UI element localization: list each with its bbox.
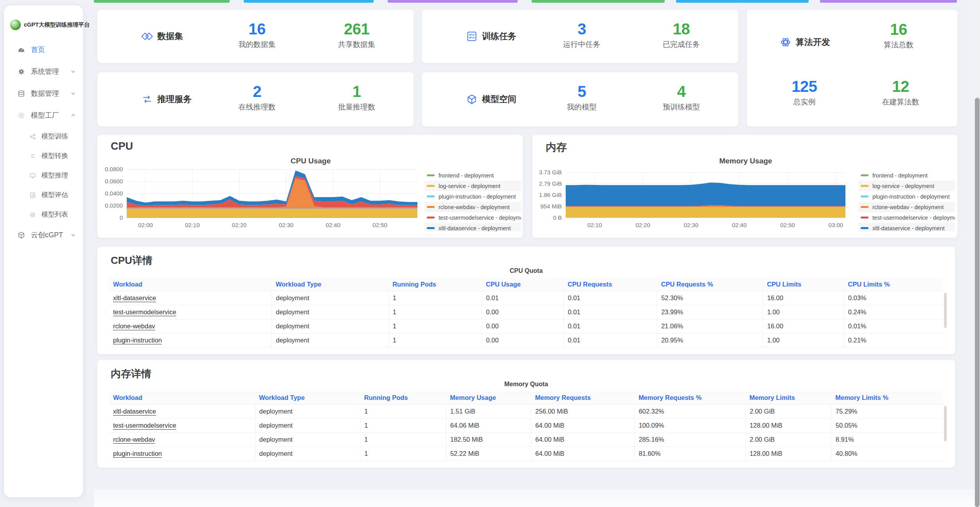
table-cell: 21.06% xyxy=(657,319,763,333)
legend-item[interactable]: log-service - deployment xyxy=(424,181,521,191)
sidebar-item-model-factory[interactable]: 模型工厂 xyxy=(4,104,83,126)
metric-value: 16 xyxy=(884,21,913,38)
sidebar-item-label: 数据管理 xyxy=(31,89,59,98)
memory-chart-card: 内存 Memory Usage 0 B954 MiB1.86 GiB2.79 G… xyxy=(532,134,958,238)
metric-value: 3 xyxy=(563,20,601,38)
table-scrollbar[interactable] xyxy=(944,293,947,328)
table-cell: 64.06 MiB xyxy=(446,419,531,433)
legend-item[interactable]: test-usermodelservice - deployment xyxy=(858,212,955,223)
legend-item[interactable]: log-service - deployment xyxy=(858,181,955,191)
evaluate-icon xyxy=(29,191,36,199)
sidebar-item-label: 模型训练 xyxy=(41,132,68,141)
sidebar-item-model-train[interactable]: 模型训练 xyxy=(4,126,83,146)
section-title: CPU详情 xyxy=(111,254,153,267)
legend-item[interactable]: frontend - deployment xyxy=(858,170,955,181)
sidebar-item-model-list[interactable]: 模型列表 xyxy=(4,204,83,224)
svg-text:0.0800: 0.0800 xyxy=(105,166,123,172)
column-header[interactable]: Running Pods xyxy=(360,391,446,405)
sidebar-item-home[interactable]: 首页 xyxy=(4,39,83,61)
page-scrollbar-thumb[interactable] xyxy=(975,98,980,507)
sidebar-item-cloud-cgpt[interactable]: 云创cGPT xyxy=(4,224,83,246)
column-header[interactable]: Memory Limits % xyxy=(831,391,943,405)
column-header[interactable]: Workload Type xyxy=(255,391,360,405)
metric: 4预训练模型 xyxy=(663,83,700,112)
clipped-card-top-bar xyxy=(676,0,809,3)
workload-cell: xltl-dataservice xyxy=(109,291,272,305)
workload-link[interactable]: xltl-dataservice xyxy=(113,294,156,301)
sidebar-item-data[interactable]: 数据管理 xyxy=(4,82,83,104)
workload-link[interactable]: xltl-dataservice xyxy=(113,408,156,415)
sidebar-item-model-inference[interactable]: 模型推理 xyxy=(4,165,83,185)
legend-swatch xyxy=(861,227,869,229)
table-container: WorkloadWorkload TypeRunning PodsMemory … xyxy=(109,391,943,461)
column-header[interactable]: CPU Limits xyxy=(763,278,844,291)
column-header[interactable]: Workload Type xyxy=(272,278,388,291)
table-row: plugin-instructiondeployment152.22 MiB64… xyxy=(109,447,943,461)
sidebar-item-system[interactable]: 系统管理 xyxy=(4,61,83,82)
table-row: test-usermodelservicedeployment164.06 Mi… xyxy=(109,419,943,433)
sidebar-item-label: 模型列表 xyxy=(41,210,68,219)
legend-item[interactable]: rclone-webdav - deployment xyxy=(858,202,955,212)
card-title-row: 模型空间 xyxy=(466,93,516,105)
column-header[interactable]: CPU Requests % xyxy=(657,278,763,291)
table-scrollbar[interactable] xyxy=(944,406,947,441)
svg-text:1.86 GiB: 1.86 GiB xyxy=(539,192,562,198)
svg-text:02:40: 02:40 xyxy=(326,222,341,228)
chevron-down-icon xyxy=(70,232,76,238)
clipped-card-top-bar xyxy=(820,0,957,3)
task-checklist-icon xyxy=(466,30,478,42)
sidebar-nav: 首页系统管理数据管理模型工厂模型训练模型转换模型推理模型评估模型列表云创cGPT xyxy=(4,39,83,246)
cpu-detail-card: CPU详情 CPU Quota WorkloadWorkload TypeRun… xyxy=(97,246,955,355)
svg-text:02:30: 02:30 xyxy=(684,222,699,228)
legend-item[interactable]: xltl-dataservice - deployment xyxy=(858,223,955,231)
legend-item[interactable]: xltl-dataservice - deployment xyxy=(424,223,521,231)
table-row: test-usermodelservicedeployment10.000.01… xyxy=(109,305,943,319)
table-cell: 128.00 MiB xyxy=(746,447,832,461)
metric-value: 16 xyxy=(239,20,276,38)
workload-link[interactable]: test-usermodelservice xyxy=(113,422,176,429)
column-header[interactable]: CPU Limits % xyxy=(844,278,943,291)
metric-label: 在线推理数 xyxy=(239,102,276,112)
table-row: xltl-dataservicedeployment11.51 GiB256.0… xyxy=(109,405,943,419)
column-header[interactable]: Memory Limits xyxy=(746,391,832,405)
svg-text:0.0400: 0.0400 xyxy=(105,190,123,197)
legend-item[interactable]: plugin-instruction - deployment xyxy=(424,191,521,202)
legend-label: log-service - deployment xyxy=(439,183,500,189)
sidebar-item-label: 系统管理 xyxy=(31,67,59,76)
table-cell: 100.09% xyxy=(635,419,746,433)
database-icon xyxy=(17,90,25,98)
table-cell: 8.91% xyxy=(831,433,943,447)
sidebar-item-model-convert[interactable]: 模型转换 xyxy=(4,146,83,165)
table-title: CPU Quota xyxy=(97,267,955,274)
legend-item[interactable]: rclone-webdav - deployment xyxy=(424,202,521,212)
column-header[interactable]: Running Pods xyxy=(388,278,482,291)
workload-link[interactable]: rclone-webdav xyxy=(113,436,155,443)
workload-link[interactable]: plugin-instruction xyxy=(113,337,162,344)
workload-link[interactable]: plugin-instruction xyxy=(113,450,162,457)
legend-item[interactable]: plugin-instruction - deployment xyxy=(858,191,955,202)
column-header[interactable]: Memory Usage xyxy=(446,391,531,405)
legend-label: log-service - deployment xyxy=(872,183,934,189)
workload-link[interactable]: test-usermodelservice xyxy=(113,308,176,315)
table-cell: 0.00 xyxy=(482,333,564,348)
table-title: Memory Quota xyxy=(97,381,955,388)
legend-label: rclone-webdav - deployment xyxy=(439,204,510,210)
legend-item[interactable]: frontend - deployment xyxy=(424,170,521,181)
metric-value: 4 xyxy=(663,83,700,100)
app-logo: cGPT大模型训练推理平台 xyxy=(4,5,83,30)
column-header[interactable]: CPU Usage xyxy=(482,278,564,291)
table-cell: 23.99% xyxy=(657,305,763,319)
legend-item[interactable]: test-usermodelservice - deployment xyxy=(424,212,521,223)
workload-link[interactable]: rclone-webdav xyxy=(113,322,155,330)
column-header[interactable]: Workload xyxy=(109,278,272,291)
table-cell: 285.16% xyxy=(635,433,746,447)
svg-text:02:50: 02:50 xyxy=(780,222,795,228)
table-cell: 0.01 xyxy=(564,319,657,333)
sidebar-item-model-evaluate[interactable]: 模型评估 xyxy=(4,185,83,204)
column-header[interactable]: Workload xyxy=(109,391,255,405)
column-header[interactable]: Memory Requests xyxy=(531,391,635,405)
metric-label: 已完成任务 xyxy=(663,39,700,50)
card-title-row: 推理服务 xyxy=(141,93,192,105)
column-header[interactable]: Memory Requests % xyxy=(635,391,746,405)
column-header[interactable]: CPU Requests xyxy=(564,278,657,291)
